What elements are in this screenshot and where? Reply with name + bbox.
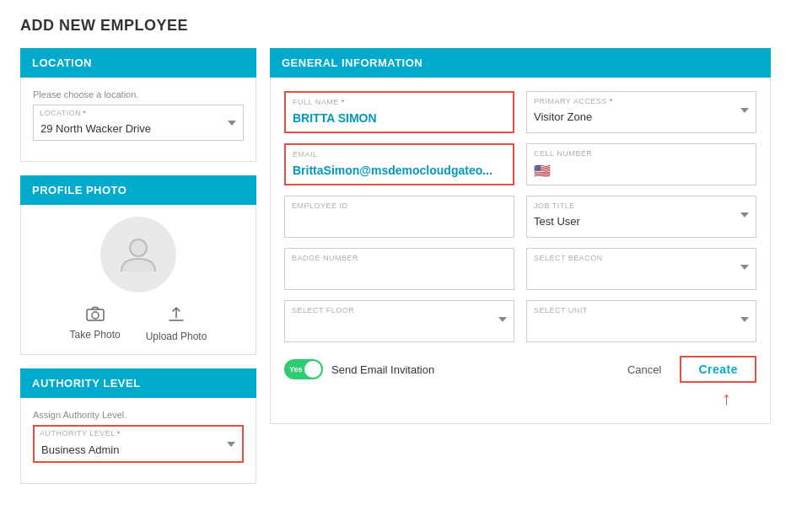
employee-id-field: EMPLOYEE ID: [284, 196, 514, 238]
location-field-group: LOCATION* 29 North Wacker Drive: [33, 105, 244, 141]
create-arrow-icon: ↑: [722, 388, 731, 410]
page-title: ADD NEW EMPLOYEE: [20, 17, 771, 35]
us-flag-icon: 🇺🇸: [534, 163, 551, 179]
badge-number-field: BADGE NUMBER: [284, 248, 514, 290]
authority-hint: Assign Authority Level.: [33, 410, 244, 420]
general-info-body: FULL NAME * PRIMARY ACCESS * Visitor Zon…: [270, 78, 771, 424]
email-invitation-toggle[interactable]: Yes: [284, 359, 323, 379]
employee-id-col: EMPLOYEE ID: [284, 196, 514, 238]
authority-field-group: AUTHORITY LEVEL* Business Admin: [33, 425, 244, 463]
location-hint: Please choose a location.: [33, 89, 244, 99]
form-row-4: BADGE NUMBER SELECT BEACON: [284, 248, 756, 290]
take-photo-action[interactable]: Take Photo: [70, 306, 121, 342]
svg-point-0: [130, 239, 147, 256]
email-input[interactable]: [286, 145, 513, 182]
select-floor-field: SELECT FLOOR: [284, 300, 514, 342]
badge-number-col: BADGE NUMBER: [284, 248, 514, 290]
select-unit-label: SELECT UNIT: [534, 306, 588, 314]
avatar-person-icon: [117, 234, 159, 276]
camera-icon: [86, 306, 105, 325]
photo-actions: Take Photo Upload Photo: [33, 306, 244, 342]
upload-icon: [168, 306, 185, 327]
form-row-1: FULL NAME * PRIMARY ACCESS * Visitor Zon…: [284, 91, 756, 133]
employee-id-label: EMPLOYEE ID: [292, 202, 348, 210]
send-email-label: Send Email Invitation: [331, 363, 434, 376]
profile-photo-header: PROFILE PHOTO: [20, 175, 256, 205]
email-field: EMAIL: [284, 143, 514, 185]
general-info-header: GENERAL INFORMATION: [270, 48, 771, 78]
job-title-label: JOB TITLE: [534, 202, 575, 210]
left-panel: LOCATION Please choose a location. LOCAT…: [20, 48, 256, 484]
right-panel: GENERAL INFORMATION FULL NAME *: [270, 48, 771, 484]
cell-number-col: CELL NUMBER 🇺🇸: [526, 143, 756, 185]
select-beacon-label: SELECT BEACON: [534, 254, 603, 262]
primary-access-field: PRIMARY ACCESS * Visitor Zone: [526, 91, 756, 133]
create-button[interactable]: Create: [680, 356, 756, 383]
job-title-col: JOB TITLE Test User: [526, 196, 756, 238]
select-beacon-field: SELECT BEACON: [526, 248, 756, 290]
badge-number-label: BADGE NUMBER: [292, 254, 358, 262]
arrow-container: ↑: [284, 388, 756, 410]
full-name-col: FULL NAME *: [284, 91, 514, 133]
form-row-5: SELECT FLOOR SELECT UNIT: [284, 300, 756, 342]
authority-header: AUTHORITY LEVEL: [20, 368, 256, 398]
location-field-label: LOCATION*: [40, 109, 86, 117]
authority-section: AUTHORITY LEVEL Assign Authority Level. …: [20, 368, 256, 484]
form-row-3: EMPLOYEE ID JOB TITLE Test User: [284, 196, 756, 238]
cell-number-field: CELL NUMBER 🇺🇸: [526, 143, 756, 185]
select-unit-field: SELECT UNIT: [526, 300, 756, 342]
toggle-knob: [304, 361, 321, 378]
primary-access-col: PRIMARY ACCESS * Visitor Zone: [526, 91, 756, 133]
toggle-yes-label: Yes: [289, 365, 303, 373]
cancel-button[interactable]: Cancel: [619, 358, 670, 381]
location-body: Please choose a location. LOCATION* 29 N…: [20, 78, 256, 162]
primary-access-label: PRIMARY ACCESS *: [534, 97, 613, 105]
full-name-field: FULL NAME *: [284, 91, 514, 133]
email-label: EMAIL: [293, 150, 318, 159]
bottom-row: Yes Send Email Invitation Cancel Create: [284, 352, 756, 386]
svg-point-2: [92, 312, 99, 319]
profile-photo-section: PROFILE PHOTO: [20, 175, 256, 355]
select-unit-col: SELECT UNIT: [526, 300, 756, 342]
profile-photo-body: Take Photo Upload Photo: [20, 205, 256, 355]
upload-photo-action[interactable]: Upload Photo: [146, 306, 207, 342]
upload-photo-label: Upload Photo: [146, 330, 207, 342]
job-title-field: JOB TITLE Test User: [526, 196, 756, 238]
select-floor-col: SELECT FLOOR: [284, 300, 514, 342]
toggle-track: Yes: [284, 359, 323, 379]
full-name-label: FULL NAME *: [293, 98, 345, 106]
location-header: LOCATION: [20, 48, 256, 78]
email-col: EMAIL: [284, 143, 514, 185]
authority-body: Assign Authority Level. AUTHORITY LEVEL*…: [20, 398, 256, 484]
avatar: [100, 217, 176, 293]
select-beacon-col: SELECT BEACON: [526, 248, 756, 290]
action-buttons: Cancel Create: [619, 356, 756, 383]
authority-field-label: AUTHORITY LEVEL*: [40, 429, 121, 438]
location-section: LOCATION Please choose a location. LOCAT…: [20, 48, 256, 162]
select-floor-label: SELECT FLOOR: [292, 306, 354, 314]
take-photo-label: Take Photo: [70, 329, 121, 341]
cell-number-label: CELL NUMBER: [534, 149, 592, 158]
form-row-2: EMAIL CELL NUMBER 🇺🇸: [284, 143, 756, 185]
toggle-section: Yes Send Email Invitation: [284, 359, 434, 379]
